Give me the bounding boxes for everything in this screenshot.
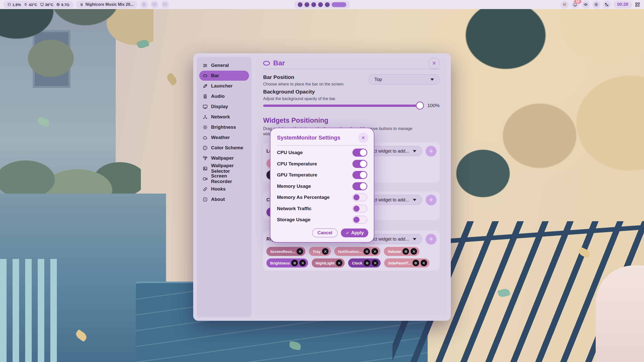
sidebar-item-network[interactable]: Network [199,112,249,122]
chip-settings-button[interactable] [291,260,298,266]
widget-chip-notification[interactable]: Notification... [334,247,380,256]
toggle-cpu-usage[interactable] [352,149,367,157]
toggle-row-cpu-usage: CPU Usage [277,147,367,158]
sidebar-item-hooks[interactable]: Hooks [199,184,249,194]
media-title: Nightcore Music Mix 20... [86,2,134,7]
toggle-row-storage-usage: Storage Usage [277,214,367,225]
sidebar-item-weather[interactable]: Weather [199,132,249,143]
sidebar-item-brightness[interactable]: Brightness [199,122,249,132]
sidebar-item-about[interactable]: About [199,194,249,204]
chip-remove-button[interactable] [322,248,329,255]
workspaces-indicator[interactable] [294,1,350,8]
modal-footer: Cancel Apply [270,225,374,237]
sidebar-item-display[interactable]: Display [199,102,249,112]
tray-app-button[interactable] [561,1,569,9]
sidebar-item-label: Display [211,104,228,109]
emote-button[interactable] [140,1,148,9]
chip-remove-button[interactable] [299,260,306,266]
sidebar-item-label: Weather [211,135,230,140]
gear-icon [365,250,369,253]
chip-label: SidePanelT... [388,261,411,265]
workspace-4[interactable] [318,2,323,7]
bar-position-dropdown[interactable]: Top [369,74,440,85]
widget-chip-nightlight[interactable]: NightLight [312,258,345,267]
notification-badge: 10 [574,0,581,4]
widget-chip-tray[interactable]: Tray [309,247,331,256]
sidebar-item-label: Screen Recorder [211,173,246,184]
chip-remove-button[interactable] [336,260,342,266]
dashboard-button[interactable] [635,2,640,8]
slider-knob[interactable] [416,102,424,110]
favorite-button[interactable] [151,1,158,9]
like-button[interactable] [161,1,169,9]
bar-position-value: Top [374,77,382,82]
workspace-2[interactable] [305,2,309,7]
pill-icon [263,61,270,66]
widget-chip-brightness[interactable]: Brightness [266,258,308,267]
chip-settings-button[interactable] [364,260,370,266]
chip-remove-button[interactable] [411,248,417,255]
add-widget-button[interactable]: + [426,146,436,157]
nightlight-button[interactable] [603,1,611,9]
brightness-button[interactable] [592,1,600,9]
chip-remove-button[interactable] [372,260,378,266]
workspace-3[interactable] [311,2,316,7]
gear-icon [404,250,408,253]
media-module[interactable]: Nightcore Music Mix 20... [76,1,137,8]
modal-close-button[interactable] [358,133,368,143]
notifications-button[interactable]: 10 [571,1,579,9]
sidebar-item-wallpaper-selector[interactable]: Wallpaper Selector [199,163,249,173]
system-stats-module[interactable]: 1.8% 43°C 38°C 9.7G [4,1,73,8]
chip-settings-button[interactable] [413,260,419,266]
chip-settings-button[interactable] [403,248,409,255]
widget-chip-screenreco[interactable]: ScreenReco... [266,247,305,256]
sidebar-item-label: Launcher [211,83,233,89]
sidebar-item-label: About [211,197,225,202]
toggle-label: CPU Temperature [277,161,317,167]
cancel-button[interactable]: Cancel [312,229,338,237]
sidebar-item-audio[interactable]: Audio [199,91,249,101]
gpu-temp-value: 38°C [45,3,54,7]
heart-icon [163,2,167,7]
toggle-storage-usage[interactable] [352,216,367,224]
widget-chip-clock[interactable]: Clock [348,258,381,267]
toggle-gpu-temperature[interactable] [352,171,367,179]
toggle-label: CPU Usage [277,150,303,155]
background-opacity-slider[interactable] [263,105,423,107]
workspace-5[interactable] [325,2,330,7]
workspace-1[interactable] [298,2,303,7]
gpu-temp-stat: 38°C [40,3,54,7]
chip-remove-button[interactable] [421,260,427,266]
sidebar-item-label: Wallpaper Selector [211,163,246,174]
desktop: 1.8% 43°C 38°C 9.7G Nightcore Music Mix … [0,0,644,362]
chip-settings-button[interactable] [364,248,370,255]
toggle-memory-as-percentage[interactable] [352,193,367,201]
top-bar: 1.8% 43°C 38°C 9.7G Nightcore Music Mix … [0,0,644,9]
bar-position-row: Bar Position Choose where to place the b… [263,74,440,87]
bar-position-description: Choose where to place the bar on the scr… [263,82,345,87]
widget-chip-volume[interactable]: Volume [384,247,419,256]
widget-chip-sidepanelt[interactable]: SidePanelT... [384,258,429,267]
chip-remove-button[interactable] [372,248,378,255]
toggle-cpu-temperature[interactable] [352,160,367,168]
add-widget-button[interactable]: + [426,234,436,245]
sidebar-item-launcher[interactable]: Launcher [199,81,249,91]
volume-button[interactable] [582,1,590,9]
background-opacity-slider-row: 100% [263,101,440,110]
add-widget-button[interactable]: + [426,195,436,205]
sidebar-item-label: Audio [211,94,225,99]
workspace-6-active[interactable] [332,2,346,7]
close-settings-button[interactable] [428,58,440,69]
apply-button[interactable]: Apply [341,229,368,237]
sidebar-item-wallpaper[interactable]: Wallpaper [199,153,249,163]
sidebar-item-general[interactable]: General [199,60,249,70]
clock[interactable]: 00:28 [614,1,632,8]
sidebar-item-color-scheme[interactable]: Color Scheme [199,143,249,153]
chip-remove-button[interactable] [297,248,303,255]
sidebar-item-bar[interactable]: Bar [199,71,249,81]
toggle-network-traffic[interactable] [352,205,367,213]
toggle-memory-usage[interactable] [352,182,367,190]
sidebar-item-screen-recorder[interactable]: Screen Recorder [199,174,249,184]
close-icon [373,261,377,265]
chevron-down-icon [430,78,434,81]
